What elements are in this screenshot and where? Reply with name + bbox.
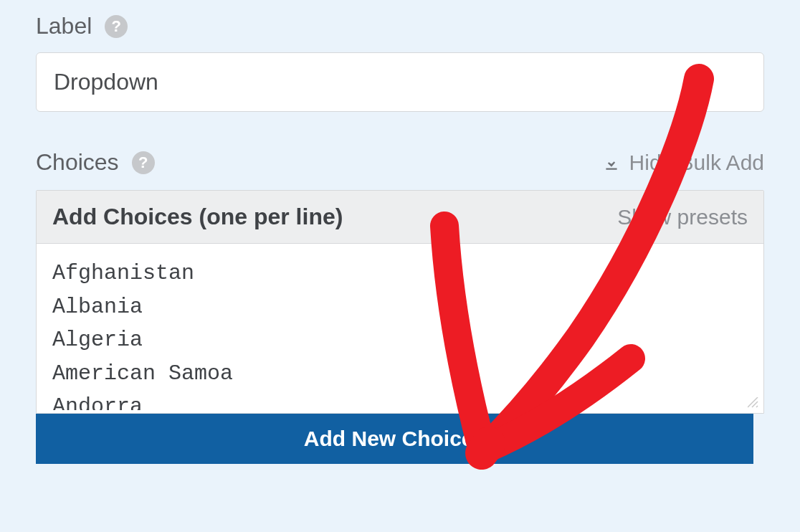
label-field-header: Label ?	[36, 13, 764, 39]
panel-title: Add Choices (one per line)	[52, 204, 343, 230]
bulk-toggle-label: Hide Bulk Add	[629, 151, 764, 175]
label-title: Label	[36, 13, 92, 39]
label-input[interactable]	[36, 52, 764, 112]
hide-bulk-add-toggle[interactable]: Hide Bulk Add	[602, 151, 764, 175]
choices-panel-header: Add Choices (one per line) Show presets	[37, 191, 763, 244]
add-new-choices-button[interactable]: Add New Choices	[36, 414, 753, 464]
help-icon[interactable]: ?	[105, 15, 128, 38]
choices-textarea[interactable]	[37, 244, 763, 410]
resize-handle-icon[interactable]	[748, 397, 759, 409]
download-icon	[602, 153, 621, 172]
choices-panel: Add Choices (one per line) Show presets	[36, 190, 764, 414]
choices-field-header: Choices ? Hide Bulk Add	[36, 149, 764, 176]
choices-title: Choices	[36, 149, 119, 176]
help-icon[interactable]: ?	[132, 151, 155, 174]
show-presets-link[interactable]: Show presets	[617, 205, 748, 229]
